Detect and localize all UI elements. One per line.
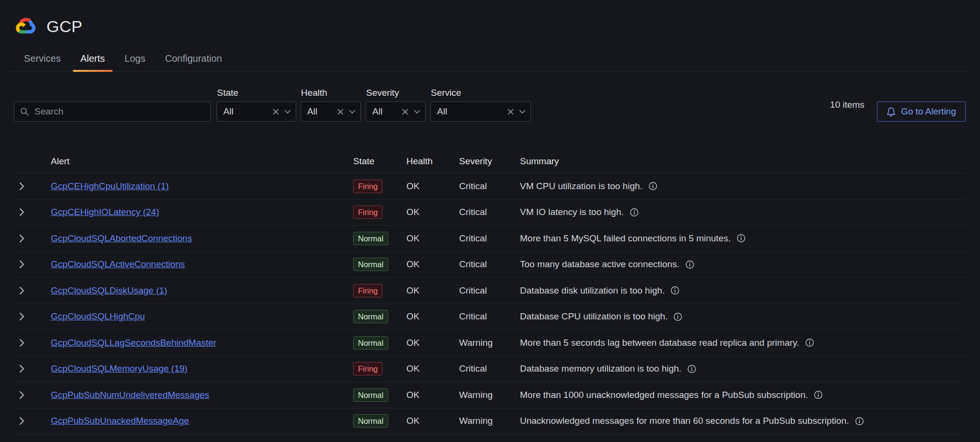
state-badge: Normal	[353, 258, 388, 271]
google-cloud-logo-icon	[15, 18, 37, 36]
chevron-down-icon[interactable]	[349, 110, 356, 114]
summary-text: Unacknowledged messages for more than 60…	[520, 416, 849, 426]
health-value: OK	[406, 207, 459, 217]
info-icon[interactable]	[630, 208, 639, 217]
alert-link[interactable]: GcpCloudSQLActiveConnections	[51, 259, 185, 269]
clear-icon[interactable]	[507, 109, 514, 115]
chevron-right-icon	[19, 391, 24, 399]
info-icon[interactable]	[670, 286, 680, 295]
column-header-health: Health	[406, 156, 459, 167]
chevron-down-icon[interactable]	[519, 110, 526, 114]
severity-value: Warning	[459, 390, 520, 400]
table-row: GcpCloudSQLDiskUsage (1) Firing OK Criti…	[14, 278, 966, 304]
chevron-down-icon[interactable]	[284, 110, 291, 114]
alerts-table: Alert State Health Severity Summary GcpC…	[14, 149, 966, 434]
row-expand-button[interactable]	[17, 363, 26, 375]
table-row: GcpCloudSQLLagSecondsBehindMaster Normal…	[14, 330, 966, 356]
chevron-right-icon	[19, 260, 24, 269]
info-icon[interactable]	[737, 234, 746, 243]
severity-filter-value: All	[372, 106, 402, 117]
clear-icon[interactable]	[402, 109, 408, 115]
health-value: OK	[406, 285, 459, 296]
row-expand-button[interactable]	[17, 258, 26, 271]
info-icon[interactable]	[673, 312, 682, 321]
row-expand-button[interactable]	[17, 232, 26, 245]
severity-value: Warning	[459, 416, 520, 426]
health-value: OK	[406, 363, 459, 374]
health-value: OK	[406, 390, 459, 400]
summary-text: More than 5 MySQL failed connections in …	[520, 233, 731, 244]
state-filter-label: State	[217, 88, 300, 98]
row-expand-button[interactable]	[17, 284, 26, 297]
go-to-alerting-label: Go to Alerting	[901, 106, 956, 117]
bell-icon	[887, 107, 896, 117]
column-header-state: State	[353, 156, 406, 167]
chevron-right-icon	[19, 234, 24, 243]
severity-filter-select[interactable]: All	[366, 102, 426, 122]
summary-text: VM IO latency is too high.	[520, 207, 624, 217]
service-filter-value: All	[437, 106, 507, 117]
alert-link[interactable]: GcpCEHighCpuUtilization (1)	[51, 181, 169, 191]
row-expand-button[interactable]	[17, 206, 26, 218]
chevron-right-icon	[19, 364, 24, 373]
health-filter-select[interactable]: All	[300, 102, 361, 122]
state-badge: Normal	[353, 336, 388, 350]
info-icon[interactable]	[814, 390, 823, 399]
search-box	[14, 102, 211, 122]
health-value: OK	[406, 181, 459, 192]
tab-alerts[interactable]: Alerts	[73, 48, 113, 71]
alert-link[interactable]: GcpCloudSQLHighCpu	[51, 311, 145, 321]
severity-value: Critical	[459, 207, 520, 217]
page-title: GCP	[46, 17, 82, 36]
row-expand-button[interactable]	[17, 310, 26, 323]
alert-link[interactable]: GcpCEHighIOLatency (24)	[51, 207, 159, 217]
tab-configuration[interactable]: Configuration	[157, 48, 230, 71]
alert-link[interactable]: GcpCloudSQLAbortedConnections	[51, 233, 192, 243]
state-badge: Normal	[353, 232, 388, 245]
table-row: GcpCloudSQLAbortedConnections Normal OK …	[14, 226, 966, 252]
search-icon	[20, 107, 29, 116]
service-filter-select[interactable]: All	[430, 102, 531, 122]
table-row: GcpCloudSQLActiveConnections Normal OK C…	[14, 252, 966, 278]
alert-link[interactable]: GcpPubSubUnackedMessageAge	[51, 416, 189, 426]
state-badge: Normal	[353, 310, 388, 323]
info-icon[interactable]	[685, 260, 694, 269]
go-to-alerting-button[interactable]: Go to Alerting	[877, 102, 966, 122]
tab-services[interactable]: Services	[16, 48, 69, 71]
chevron-down-icon[interactable]	[414, 110, 420, 114]
column-header-severity: Severity	[459, 156, 520, 167]
search-input[interactable]	[14, 102, 211, 122]
alert-link[interactable]: GcpCloudSQLMemoryUsage (19)	[51, 363, 187, 374]
service-filter-label: Service	[430, 88, 531, 98]
health-filter-value: All	[307, 106, 337, 117]
row-expand-button[interactable]	[17, 337, 26, 349]
row-expand-button[interactable]	[17, 389, 26, 401]
tab-logs[interactable]: Logs	[117, 48, 153, 71]
health-value: OK	[406, 259, 459, 270]
severity-value: Critical	[459, 233, 520, 244]
info-icon[interactable]	[805, 338, 814, 347]
state-filter-select[interactable]: All	[217, 102, 296, 122]
severity-value: Critical	[459, 259, 520, 270]
row-expand-button[interactable]	[17, 415, 26, 427]
summary-text: Database disk utilization is too high.	[520, 285, 665, 296]
row-expand-button[interactable]	[17, 180, 26, 193]
summary-text: Database memory utilization is too high.	[520, 363, 681, 374]
table-row: GcpPubSubNumUndeliveredMessages Normal O…	[14, 382, 966, 408]
column-header-alert: Alert	[51, 156, 353, 167]
chevron-right-icon	[19, 208, 24, 216]
info-icon[interactable]	[855, 417, 864, 426]
clear-icon[interactable]	[273, 109, 279, 115]
summary-text: More than 5 seconds lag between database…	[520, 338, 799, 348]
clear-icon[interactable]	[337, 109, 344, 115]
state-badge: Normal	[353, 414, 388, 428]
alert-link[interactable]: GcpPubSubNumUndeliveredMessages	[51, 390, 209, 400]
summary-text: Too many database active connections.	[520, 259, 680, 270]
info-icon[interactable]	[687, 364, 696, 374]
alert-link[interactable]: GcpCloudSQLDiskUsage (1)	[51, 285, 167, 295]
table-row: GcpCEHighCpuUtilization (1) Firing OK Cr…	[14, 173, 966, 200]
alert-link[interactable]: GcpCloudSQLLagSecondsBehindMaster	[51, 338, 216, 348]
chevron-right-icon	[19, 286, 24, 295]
app-header: GCP	[0, 0, 980, 36]
info-icon[interactable]	[648, 181, 657, 191]
